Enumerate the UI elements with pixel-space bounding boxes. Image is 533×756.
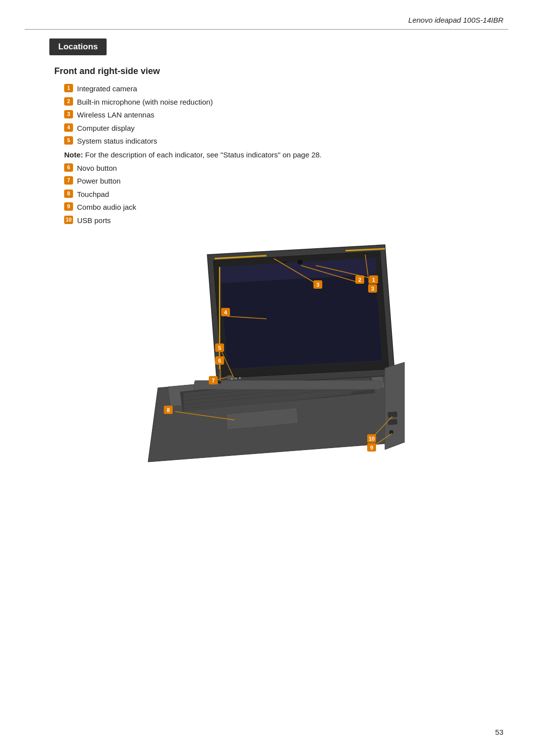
list-item: 1 Integrated camera bbox=[64, 83, 508, 95]
list-item: 9 Combo audio jack bbox=[64, 202, 508, 213]
callout-3a: 3 bbox=[313, 280, 322, 289]
callout-1: 1 bbox=[369, 275, 378, 284]
callout-3b: 3 bbox=[368, 284, 377, 293]
note: Note: For the description of each indica… bbox=[64, 149, 508, 161]
list-item: 4 Computer display bbox=[64, 123, 508, 134]
svg-point-24 bbox=[235, 378, 237, 379]
item-badge-5: 5 bbox=[64, 136, 73, 145]
list-item: 10 USB ports bbox=[64, 215, 508, 227]
list-item: 5 System status indicators bbox=[64, 136, 508, 147]
laptop-svg bbox=[128, 235, 405, 472]
callout-5: 5 bbox=[215, 343, 224, 352]
item-badge-1: 1 bbox=[64, 84, 73, 92]
note-text: For the description of each indicator, s… bbox=[85, 151, 322, 159]
item-text-1: Integrated camera bbox=[77, 83, 137, 95]
svg-point-20 bbox=[298, 260, 303, 264]
item-text-2: Built-in microphone (with noise reductio… bbox=[77, 97, 213, 108]
callout-4: 4 bbox=[221, 308, 230, 316]
item-text-6: Novo button bbox=[77, 163, 117, 174]
svg-point-22 bbox=[284, 262, 285, 263]
list-item: 7 Power button bbox=[64, 176, 508, 187]
callout-10: 10 bbox=[367, 434, 376, 443]
list-item: 3 Wireless LAN antennas bbox=[64, 110, 508, 121]
callout-7: 7 bbox=[209, 376, 218, 384]
item-text-5: System status indicators bbox=[77, 136, 157, 147]
note-label: Note: bbox=[64, 151, 83, 159]
page-number: 53 bbox=[495, 728, 503, 736]
callout-2: 2 bbox=[355, 275, 364, 284]
item-badge-6: 6 bbox=[64, 163, 73, 172]
item-badge-3: 3 bbox=[64, 110, 73, 118]
item-badge-2: 2 bbox=[64, 97, 73, 106]
diagram-area: 1 2 3 3 4 5 6 7 8 bbox=[0, 235, 533, 501]
svg-point-23 bbox=[231, 378, 233, 380]
item-text-9: Combo audio jack bbox=[77, 202, 136, 213]
callout-6: 6 bbox=[215, 356, 224, 365]
item-text-3: Wireless LAN antennas bbox=[77, 110, 154, 121]
section-title: Locations bbox=[49, 38, 107, 55]
item-badge-10: 10 bbox=[64, 216, 73, 224]
svg-rect-15 bbox=[388, 412, 397, 417]
callout-8: 8 bbox=[164, 406, 173, 414]
item-list-2: 6 Novo button 7 Power button 8 Touchpad … bbox=[64, 163, 508, 227]
svg-point-25 bbox=[239, 377, 241, 379]
item-badge-7: 7 bbox=[64, 176, 73, 185]
list-item: 8 Touchpad bbox=[64, 189, 508, 200]
document-title: Lenovo ideapad 100S-14IBR bbox=[408, 16, 503, 24]
list-item: 6 Novo button bbox=[64, 163, 508, 174]
svg-rect-13 bbox=[194, 380, 382, 389]
item-text-8: Touchpad bbox=[77, 189, 109, 200]
item-text-4: Computer display bbox=[77, 123, 135, 134]
item-text-10: USB ports bbox=[77, 215, 111, 227]
svg-point-18 bbox=[218, 380, 221, 383]
item-text-7: Power button bbox=[77, 176, 120, 187]
sub-title: Front and right-side view bbox=[54, 66, 508, 76]
item-list: 1 Integrated camera 2 Built-in microphon… bbox=[64, 83, 508, 147]
item-badge-4: 4 bbox=[64, 123, 73, 132]
svg-point-21 bbox=[286, 262, 287, 263]
page-header: Lenovo ideapad 100S-14IBR bbox=[0, 0, 533, 29]
item-badge-8: 8 bbox=[64, 189, 73, 198]
list-item: 2 Built-in microphone (with noise reduct… bbox=[64, 97, 508, 108]
callout-9: 9 bbox=[367, 443, 376, 452]
laptop-diagram: 1 2 3 3 4 5 6 7 8 bbox=[128, 235, 405, 472]
item-badge-9: 9 bbox=[64, 202, 73, 211]
